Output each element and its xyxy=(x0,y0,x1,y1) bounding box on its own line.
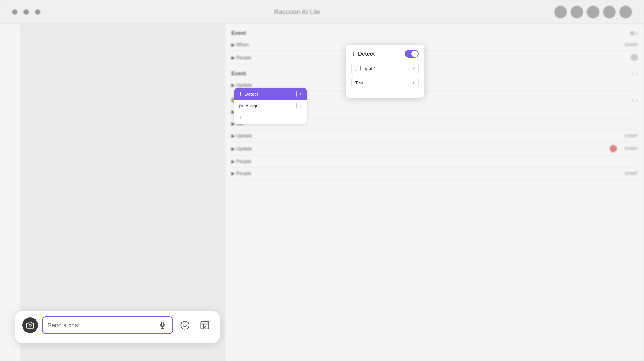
right-panel: Event ⊡ ↕ ▶ When START ▶ People Event ↕ … xyxy=(225,24,644,361)
chat-input-wrapper[interactable] xyxy=(42,316,173,334)
avatar-group xyxy=(554,6,632,18)
avatar-5 xyxy=(619,6,632,18)
input1-icon-box: I Input 1 xyxy=(355,66,376,71)
row-value: START xyxy=(620,42,638,47)
panel-section-title-2: Event xyxy=(231,70,246,77)
text-label: Text xyxy=(355,80,364,85)
row-label: ▶ Update xyxy=(231,146,607,152)
left-sidebar xyxy=(0,24,20,361)
graph-node-title: Detect xyxy=(245,91,258,97)
input1-chevron: ▾ xyxy=(413,66,415,71)
detect-panel-title: Detect xyxy=(358,51,375,57)
panel-row: ▶ People xyxy=(231,156,638,168)
sticker-icon xyxy=(200,320,210,330)
text-dropdown[interactable]: Text ▾ xyxy=(351,77,419,88)
top-bar: Raccoon AI Lite xyxy=(0,0,644,24)
avatar-4 xyxy=(603,6,616,18)
sticker-button[interactable] xyxy=(197,317,213,333)
detect-panel-icon: ⊹ xyxy=(351,51,356,57)
node-detect-icon: ⊹ xyxy=(239,91,242,96)
camera-button[interactable] xyxy=(22,317,38,333)
row-badge-red xyxy=(610,145,617,152)
chat-bar xyxy=(15,311,220,343)
panel-header-2: Event ↕ ↕ xyxy=(231,70,638,77)
mic-icon xyxy=(159,322,166,329)
input1-label: Input 1 xyxy=(362,66,376,71)
section-toggle: ⊡ ↕ xyxy=(630,30,638,36)
panel-row: ▶ Update START xyxy=(231,130,638,142)
avatar-3 xyxy=(587,6,599,18)
section-toggle-3: ↕ ↕ xyxy=(632,98,638,103)
panel-row: ▶ People xyxy=(231,51,638,64)
node-header-box: ⊡ xyxy=(296,91,302,97)
row-label: ▶ Update xyxy=(231,82,638,88)
assign-close-button[interactable]: ✕ xyxy=(296,103,302,109)
detect-settings-panel: ⊹ Detect I Input 1 ▾ Text ▾ xyxy=(346,45,424,98)
fx-icon: ƒx xyxy=(239,103,243,108)
row-label: ▶ People xyxy=(231,171,617,176)
input1-icon: I xyxy=(355,66,361,71)
minimize-dot xyxy=(23,9,29,15)
panel-row: ▶ When START xyxy=(231,39,638,51)
chat-bar-inner xyxy=(22,316,213,334)
panel-row: ▶ Update START xyxy=(231,142,638,156)
avatar-1 xyxy=(554,6,567,18)
detect-panel-header: ⊹ Detect xyxy=(351,50,419,58)
panel-section-1: Event ⊡ ↕ ▶ When START ▶ People xyxy=(231,30,638,64)
svg-point-4 xyxy=(181,321,189,329)
detect-title-row: ⊹ Detect xyxy=(351,51,375,57)
row-badge xyxy=(631,54,638,61)
graph-node-header-left: ⊹ Detect xyxy=(239,91,258,97)
panel-header-1: Event ⊡ ↕ xyxy=(231,30,638,36)
text-chevron: ▾ xyxy=(413,80,415,85)
panel-section-title: Event xyxy=(231,30,246,36)
chat-input[interactable] xyxy=(48,322,154,329)
maximize-dot xyxy=(35,9,40,15)
row-label: ▶ People xyxy=(231,55,628,60)
row-value: START xyxy=(620,146,638,151)
panel-row: ▶ People START xyxy=(231,168,638,180)
mic-button[interactable] xyxy=(157,320,167,330)
svg-point-0 xyxy=(29,324,31,326)
app-title: Raccoon AI Lite xyxy=(46,8,548,16)
graph-node-assign-label: Assign xyxy=(246,103,294,108)
input1-dropdown[interactable]: I Input 1 ▾ xyxy=(351,63,419,74)
close-dot xyxy=(12,9,17,15)
node-box-icon: ⊡ xyxy=(298,92,301,96)
row-label: ▶ Update xyxy=(231,133,617,139)
emoji-icon xyxy=(180,320,190,330)
row-label: ▶ People xyxy=(231,159,638,164)
graph-detect-node: ⊹ Detect ⊡ ƒx Assign ✕ + xyxy=(234,88,307,124)
row-value: START xyxy=(620,171,638,176)
detect-toggle[interactable] xyxy=(405,50,419,58)
graph-node-header: ⊹ Detect ⊡ xyxy=(234,88,307,100)
graph-node-assign-row[interactable]: ƒx Assign ✕ xyxy=(234,100,307,112)
main-canvas xyxy=(20,24,225,361)
avatar-2 xyxy=(571,6,583,18)
emoji-button[interactable] xyxy=(177,317,193,333)
section-toggle-2: ↕ ↕ xyxy=(632,71,638,76)
row-label: ▶ When xyxy=(231,42,617,48)
camera-icon xyxy=(26,321,34,329)
graph-node-add-button[interactable]: + xyxy=(234,112,307,124)
row-value: START xyxy=(620,134,638,138)
svg-rect-1 xyxy=(161,322,163,326)
